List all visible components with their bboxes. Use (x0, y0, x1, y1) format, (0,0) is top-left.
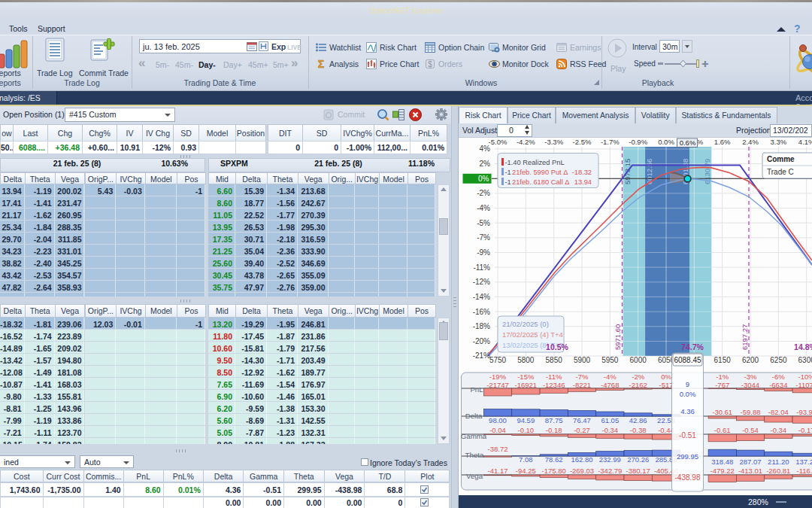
svg-text:-2.5%: -2.5% (573, 138, 592, 146)
svg-text:76.47: 76.47 (573, 416, 591, 424)
svg-text:-438.98: -438.98 (675, 473, 701, 482)
svg-text:4%: 4% (480, 144, 491, 153)
svg-text:287.07: 287.07 (739, 458, 761, 466)
svg-text:98.00: 98.00 (489, 416, 507, 424)
svg-text:-11%: -11% (473, 263, 490, 272)
svg-text:9: 9 (686, 380, 689, 388)
svg-text:-6%: -6% (772, 373, 785, 381)
svg-text:-38.72: -38.72 (488, 445, 508, 453)
svg-text:-94.25: -94.25 (516, 467, 536, 475)
svg-text:270.26: 270.26 (627, 455, 649, 464)
svg-text:Gamma: Gamma (461, 432, 487, 440)
svg-text:Σ: Σ (318, 59, 324, 69)
svg-text:-10%: -10% (798, 373, 812, 381)
svg-text:-0.38: -0.38 (630, 426, 647, 434)
svg-text:0.6%: 0.6% (680, 138, 696, 147)
svg-text:1.6%: 1.6% (714, 138, 731, 146)
svg-text:-12%: -12% (473, 278, 490, 286)
svg-text:-0.9%: -0.9% (629, 138, 647, 146)
svg-text:13.94: 13.94 (574, 178, 592, 186)
svg-text:-16921: -16921 (515, 381, 538, 389)
svg-text:6300: 6300 (798, 356, 812, 364)
svg-text:232.99: 232.99 (599, 455, 621, 464)
svg-text:-93.96: -93.96 (796, 408, 812, 416)
svg-text:299.95: 299.95 (677, 452, 698, 461)
svg-text:$: $ (428, 60, 432, 68)
svg-text:6197.27: 6197.27 (741, 324, 749, 350)
svg-text:2.4%: 2.4% (742, 138, 759, 146)
svg-text:-0.34: -0.34 (601, 426, 618, 434)
svg-text:-4768: -4768 (601, 381, 619, 389)
svg-text:61.05: 61.05 (601, 416, 619, 424)
svg-text:-14%: -14% (473, 293, 490, 301)
svg-text:-18%: -18% (473, 322, 490, 330)
svg-text:Theta: Theta (465, 451, 484, 459)
svg-text:-19%: -19% (489, 373, 507, 381)
svg-text:-0.04: -0.04 (489, 426, 506, 434)
svg-text:-20%: -20% (473, 337, 490, 345)
svg-text:3.3%: 3.3% (771, 138, 787, 146)
svg-text:-5%: -5% (477, 219, 490, 227)
svg-text:0%: 0% (661, 373, 671, 381)
svg-text:0.0%: 0.0% (658, 138, 674, 146)
svg-text:5971.60: 5971.60 (614, 324, 622, 350)
svg-text:87.75: 87.75 (545, 416, 563, 424)
svg-text:-175.80: -175.80 (542, 467, 566, 475)
svg-text:-4%: -4% (477, 204, 490, 212)
svg-text:-0.51: -0.51 (679, 431, 696, 440)
svg-text:-0.54: -0.54 (742, 426, 759, 434)
svg-text:-16%: -16% (473, 308, 490, 316)
svg-text:-342.79: -342.79 (598, 467, 622, 475)
svg-text:-2162: -2162 (629, 381, 647, 389)
svg-text:-18.32: -18.32 (572, 169, 592, 176)
svg-text:-1: -1 (505, 178, 511, 186)
svg-text:-5.0%: -5.0% (489, 138, 508, 146)
svg-text:-0.17: -0.17 (798, 426, 812, 434)
svg-text:-0.61: -0.61 (714, 426, 731, 434)
svg-text:-1.7%: -1.7% (601, 138, 620, 146)
svg-text:0.0%: 0.0% (680, 390, 696, 398)
svg-text:-21%: -21% (473, 351, 490, 360)
svg-text:6200: 6200 (742, 356, 759, 364)
svg-text:6250: 6250 (770, 356, 787, 364)
svg-text:PnL: PnL (470, 385, 483, 394)
svg-text:-0.34: -0.34 (770, 426, 786, 434)
svg-text:-2%: -2% (632, 373, 644, 381)
svg-text:6088.45: 6088.45 (674, 356, 701, 364)
svg-text:-4%: -4% (604, 373, 617, 381)
svg-text:-30.61: -30.61 (712, 408, 732, 416)
svg-text:2%: 2% (480, 160, 491, 168)
svg-text:-11%: -11% (546, 373, 562, 381)
svg-text:74.7%: 74.7% (681, 342, 704, 351)
svg-text:Comme: Comme (767, 155, 795, 163)
svg-text:4.1%: 4.1% (798, 138, 812, 146)
svg-text:-1.40 Realized PnL: -1.40 Realized PnL (505, 159, 565, 166)
svg-text:-3%: -3% (744, 373, 757, 381)
svg-text:Vega: Vega (466, 472, 483, 480)
svg-text:7.08: 7.08 (519, 455, 533, 464)
svg-text:137.25: 137.25 (795, 458, 812, 466)
svg-text:162.80: 162.80 (571, 455, 592, 464)
svg-text:-15%: -15% (517, 373, 535, 381)
svg-text:318.48: 318.48 (711, 458, 733, 466)
svg-text:14.8%: 14.8% (794, 342, 812, 351)
svg-text:%: % (697, 138, 704, 146)
svg-text:-479.22: -479.22 (710, 467, 735, 475)
svg-text:-767: -767 (715, 381, 729, 389)
svg-text:10.5%: 10.5% (546, 342, 568, 351)
svg-text:5950: 5950 (601, 356, 619, 364)
svg-text:-260.81: -260.81 (766, 467, 790, 475)
svg-text:78.62: 78.62 (545, 455, 563, 464)
svg-text:-4.2%: -4.2% (517, 138, 535, 146)
svg-text:21feb. 5990 Put Δ: 21feb. 5990 Put Δ (512, 169, 568, 176)
svg-text:-0.10: -0.10 (517, 426, 534, 434)
svg-text:-7%: -7% (477, 233, 490, 242)
svg-text:-21747: -21747 (486, 381, 509, 389)
svg-text:-3044: -3044 (741, 381, 759, 389)
svg-text:-3.3%: -3.3% (544, 138, 563, 146)
svg-text:21/02/2025 (0): 21/02/2025 (0) (502, 320, 549, 328)
svg-text:Delta: Delta (465, 412, 483, 420)
svg-text:4.36: 4.36 (680, 407, 695, 415)
svg-text:-380.17: -380.17 (626, 467, 650, 475)
svg-text:-12346: -12346 (543, 381, 565, 389)
